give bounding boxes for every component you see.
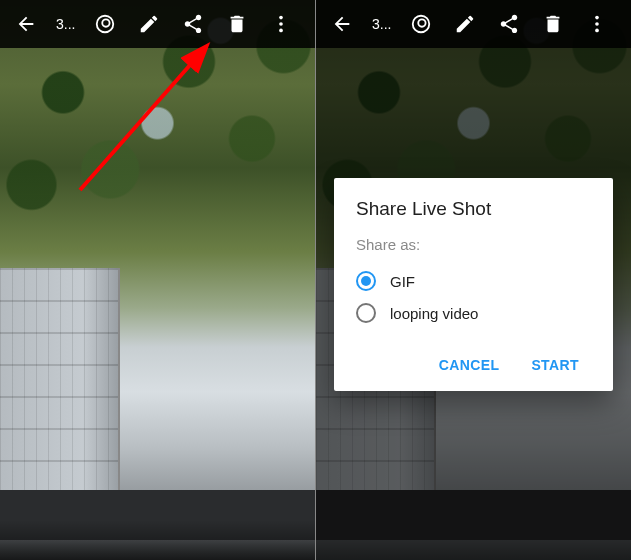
trash-icon — [542, 13, 564, 35]
more-vert-icon — [586, 13, 608, 35]
overflow-button[interactable] — [261, 4, 301, 44]
trash-icon — [226, 13, 248, 35]
start-button[interactable]: START — [519, 347, 591, 383]
edit-button[interactable] — [129, 4, 169, 44]
delete-button[interactable] — [533, 4, 573, 44]
back-button[interactable] — [322, 4, 362, 44]
spiral-icon — [94, 13, 116, 35]
share-button[interactable] — [489, 4, 529, 44]
svg-point-3 — [280, 22, 284, 26]
radio-option-looping-video[interactable]: looping video — [356, 297, 591, 329]
dialog-title: Share Live Shot — [356, 198, 591, 220]
svg-point-6 — [413, 16, 430, 33]
spiral-icon — [410, 13, 432, 35]
liveshot-button[interactable] — [401, 4, 441, 44]
cancel-button[interactable]: CANCEL — [427, 347, 512, 383]
svg-point-0 — [97, 16, 114, 33]
overflow-button[interactable] — [577, 4, 617, 44]
share-button[interactable] — [173, 4, 213, 44]
radio-label: GIF — [390, 273, 415, 290]
back-button[interactable] — [6, 4, 46, 44]
svg-point-10 — [596, 29, 600, 33]
svg-point-9 — [596, 22, 600, 26]
arrow-left-icon — [15, 13, 37, 35]
share-dialog: Share Live Shot Share as: GIF looping vi… — [334, 178, 613, 391]
svg-point-8 — [596, 16, 600, 20]
counter-label: 3... — [50, 16, 81, 32]
photo-background — [0, 0, 315, 560]
share-icon — [498, 13, 520, 35]
radio-icon — [356, 271, 376, 291]
svg-point-4 — [280, 29, 284, 33]
delete-button[interactable] — [217, 4, 257, 44]
dialog-actions: CANCEL START — [356, 347, 591, 383]
radio-label: looping video — [390, 305, 478, 322]
radio-icon — [356, 303, 376, 323]
svg-point-7 — [419, 19, 426, 26]
counter-label: 3... — [366, 16, 397, 32]
arrow-left-icon — [331, 13, 353, 35]
svg-point-2 — [280, 16, 284, 20]
edit-button[interactable] — [445, 4, 485, 44]
more-vert-icon — [270, 13, 292, 35]
left-screen: 3... — [0, 0, 315, 560]
share-icon — [182, 13, 204, 35]
bottom-gradient — [0, 520, 315, 560]
top-toolbar: 3... — [316, 0, 631, 48]
radio-option-gif[interactable]: GIF — [356, 265, 591, 297]
right-screen: 3... Share Live Shot Share as: GIF loopi… — [316, 0, 631, 560]
pencil-icon — [454, 13, 476, 35]
liveshot-button[interactable] — [85, 4, 125, 44]
svg-point-1 — [103, 19, 110, 26]
dialog-subhead: Share as: — [356, 236, 591, 253]
top-toolbar: 3... — [0, 0, 315, 48]
pencil-icon — [138, 13, 160, 35]
